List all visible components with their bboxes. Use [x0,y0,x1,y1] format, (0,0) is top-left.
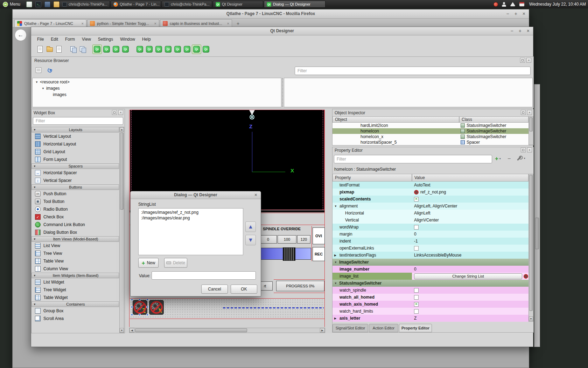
tree-item-images-prefix[interactable]: images [53,92,66,97]
checkbox[interactable]: ✕ [414,288,419,293]
new-button[interactable]: + New [138,258,159,268]
close-dock-icon[interactable]: × [526,58,531,63]
form-grid-band[interactable]: Z X [130,299,324,319]
property-row-watch-hard-limits[interactable]: watch_hard_limits ✕ [332,308,528,315]
scrollbar-thumb[interactable] [135,328,247,332]
widget-command-link-button[interactable]: →Command Link Button [31,221,119,229]
widget-dialog-button-box[interactable]: Dialog Button Box [31,229,119,236]
app-launcher-icon[interactable] [44,1,50,7]
user-session-icon[interactable] [502,2,506,7]
widget-form-layout[interactable]: Form Layout [31,156,119,163]
float-dock-icon[interactable] [521,148,526,152]
minimize-icon[interactable]: − [506,9,509,18]
menu-window[interactable]: Window [117,36,138,43]
copy-button[interactable] [69,45,78,54]
property-row-alignment-vertical[interactable]: Vertical AlignVCenter [332,217,528,224]
dialog-titlebar[interactable]: Dialog — Qt Designer × [131,191,261,199]
selection-handle[interactable] [131,299,133,301]
edit-resources-icon[interactable] [36,67,41,73]
save-form-button[interactable] [54,45,64,54]
category-buttons[interactable]: ▼ Buttons [31,184,119,190]
checkbox[interactable]: ✕ [414,197,419,202]
selection-handle[interactable] [131,314,133,316]
widget-tree-view[interactable]: Tree View [31,250,119,257]
designer-tool-button-1[interactable]: Qt [135,45,145,54]
checkbox[interactable]: ✕ [414,309,419,314]
inspector-scrollbar[interactable] [528,116,533,145]
widget-box-scrollbar[interactable]: ▲ ▼ [119,127,124,333]
property-filter-input[interactable] [334,155,492,163]
selection-handle[interactable] [139,299,141,301]
override-0-button[interactable]: 0 [259,235,277,244]
property-value[interactable]: Z [414,316,416,321]
menu-help[interactable]: Help [139,36,154,43]
property-row-watch-all-homed[interactable]: watch_all_homed ✕ [332,294,528,301]
configure-button[interactable]: ▾ [517,157,525,160]
minimize-icon[interactable]: − [510,27,513,35]
selection-handle[interactable] [139,314,141,316]
tab-property-editor[interactable]: Property Editor [399,324,432,332]
calendar-icon[interactable] [519,2,524,6]
resource-filter-input[interactable] [295,67,531,75]
tab-close-icon[interactable]: × [154,21,156,26]
property-value[interactable]: AutoText [414,183,430,188]
expander-icon[interactable]: ▼ [42,87,44,90]
expander-icon[interactable]: ▼ [334,205,337,208]
taskbar-window-qt-designer[interactable]: Qt Qt Designer [213,1,263,8]
value-input[interactable] [152,271,256,280]
designer-titlebar[interactable]: Qt Designer − + × [31,27,533,35]
menu-view[interactable]: View [79,36,94,43]
selection-handle[interactable] [146,306,148,308]
taskbar-window-terminal-1[interactable]: chris@chris-ThinkPa... [59,1,110,8]
widget-horizontal-spacer[interactable]: ↔Horizontal Spacer [31,169,119,177]
widget-list-widget[interactable]: List Widget [31,278,119,286]
ref-z-not-image[interactable]: Z [133,300,147,315]
property-row-pixmap[interactable]: pixmap ref_z_not.png [332,189,528,196]
reload-icon[interactable] [47,67,53,73]
checkbox[interactable]: ✕ [414,225,419,230]
property-row-image-list[interactable]: image_list Change String List [332,273,528,280]
tab-close-icon[interactable]: × [227,21,229,26]
widget-vertical-layout[interactable]: Vertical Layout [31,132,119,140]
property-value[interactable]: AlignLeft [414,211,430,216]
widget-horizontal-layout[interactable]: Horizontal Layout [31,140,119,148]
close-icon[interactable]: × [523,9,525,18]
close-icon[interactable]: × [254,191,257,199]
widget-radio-button[interactable]: Radio Button [31,205,119,213]
property-row-alignment-horizontal[interactable]: Horizontal AlignLeft [332,210,528,217]
inspector-row-horizontalspacer5[interactable]: horizontalSpacer_5 Spacer [332,139,528,145]
property-value[interactable]: -1 [414,239,418,244]
property-scrollbar[interactable]: ▼ [528,174,533,322]
tab-close-icon[interactable]: × [82,21,84,26]
property-value[interactable]: AlignVCenter [414,218,439,223]
scroll-up-icon[interactable]: ▲ [120,127,124,132]
category-spacers[interactable]: ▼ Spacers [31,163,119,169]
edit-widgets-button[interactable]: Qt [92,45,102,54]
designer-tool-button-8[interactable]: Qt [201,45,211,54]
change-string-list-button[interactable]: Change String List [414,273,522,279]
column-header-value[interactable]: Value [412,174,528,182]
scrollbar-thumb[interactable] [535,218,539,249]
inspector-row-homeicon-x[interactable]: homeIcon_x StatusImageSwitcher [332,134,528,139]
tab-capto[interactable]: capto in Business and Indust... × [160,19,232,27]
stringlist-listbox[interactable]: :/images/images/ref_z_not.png :/images/i… [138,208,243,255]
expander-icon[interactable]: ▼ [334,282,337,285]
menu-settings[interactable]: Settings [95,36,116,43]
scrollbar-thumb[interactable] [529,117,533,131]
scroll-down-icon[interactable]: ▼ [120,328,124,333]
property-row-alignment[interactable]: ▼alignment AlignLeft, AlignVCenter [332,203,528,210]
selection-handle[interactable] [146,299,148,301]
selected-line-widget[interactable] [223,307,324,308]
category-item-widgets[interactable]: ▼ Item Widgets (Item-Based) [31,273,119,278]
clock[interactable]: Wednesday July 22, 10:40 AM [529,2,586,7]
property-section-imageswitcher[interactable]: ▼ ImageSwitcher [332,259,528,266]
back-button[interactable]: ← [15,29,27,41]
property-row-image-number[interactable]: image_number 0 [332,266,528,273]
scroll-left-icon[interactable]: ◀ [130,328,134,333]
category-containers[interactable]: ▼ Containers [31,301,119,307]
tab-qtlathe[interactable]: Qtlathe - Page 7 - LinuxCNC × [14,19,86,27]
move-up-button[interactable]: ▲ [245,222,256,232]
taskbar-window-dialog[interactable]: Qt Dialog — Qt Designer [264,1,326,8]
widget-filter-input[interactable] [33,117,123,125]
remove-dynamic-property-button[interactable]: − [507,156,511,162]
